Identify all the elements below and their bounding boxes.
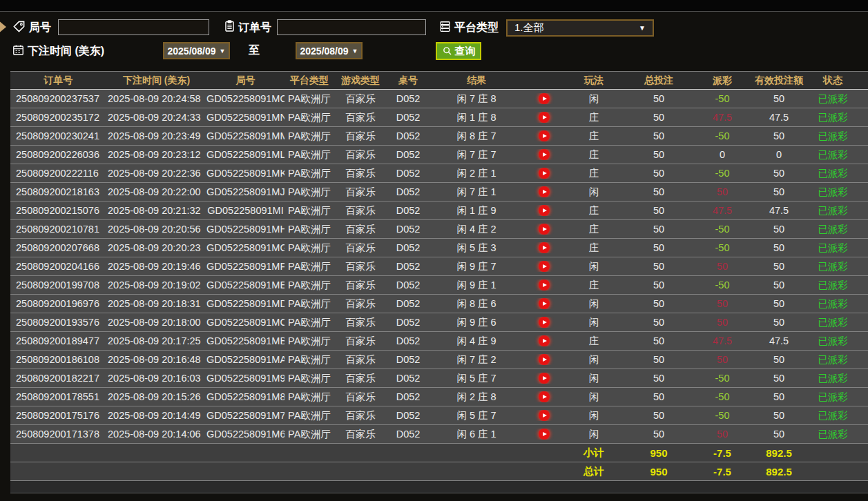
cell-valid-bet: 50 bbox=[750, 224, 808, 235]
replay bbox=[523, 373, 565, 384]
play-replay-button[interactable] bbox=[539, 130, 550, 141]
table-header-row: 订单号 下注时间 (美东) 局号 平台类型 游戏类型 桌号 结果 玩法 总投注 … bbox=[10, 71, 868, 90]
cell-table-no: D052 bbox=[387, 93, 430, 104]
top-divider bbox=[0, 0, 868, 12]
query-button[interactable]: 查询 bbox=[436, 42, 481, 60]
cell-play-type: 庄 bbox=[565, 242, 623, 255]
play-replay-button[interactable] bbox=[539, 224, 550, 235]
cell-bet-time: 2025-08-09 20:24:33 bbox=[106, 112, 206, 123]
cell-total-bet: 50 bbox=[623, 205, 695, 216]
cell-game-type: 百家乐 bbox=[334, 186, 387, 199]
replay bbox=[523, 429, 565, 440]
play-replay-button[interactable] bbox=[539, 410, 550, 421]
cell-result: 闲 6 庄 1 bbox=[430, 428, 523, 441]
sidebar-collapse-arrow-icon[interactable] bbox=[0, 20, 6, 34]
cell-bet-time: 2025-08-09 20:18:31 bbox=[106, 298, 206, 309]
play-replay-button[interactable] bbox=[539, 391, 550, 402]
cell-table-no: D052 bbox=[387, 279, 430, 291]
grand-total-payout: -7.5 bbox=[695, 466, 750, 478]
replay bbox=[523, 279, 565, 291]
cell-order-no: 250809200178551 bbox=[10, 391, 106, 402]
table-row: 2508092001997082025-08-09 20:19:02GD0522… bbox=[10, 276, 868, 295]
date-to-picker[interactable]: 2025/08/09▼ bbox=[296, 42, 363, 59]
table-footer-strip bbox=[10, 481, 868, 493]
play-replay-button[interactable] bbox=[539, 261, 550, 272]
play-replay-button[interactable] bbox=[539, 354, 550, 365]
cell-result: 闲 1 庄 9 bbox=[430, 204, 523, 217]
cell-result: 闲 2 庄 1 bbox=[430, 167, 523, 180]
cell-payout: 50 bbox=[695, 317, 750, 328]
play-replay-button[interactable] bbox=[539, 205, 550, 216]
replay bbox=[523, 354, 565, 365]
cell-platform-type: PA欧洲厅 bbox=[284, 391, 334, 404]
cell-order-no: 250809200199708 bbox=[10, 279, 106, 291]
cell-play-type: 闲 bbox=[565, 92, 623, 106]
play-replay-button[interactable] bbox=[539, 93, 550, 104]
cell-order-no: 250809200237537 bbox=[10, 93, 106, 104]
cell-status: 已派彩 bbox=[808, 223, 858, 236]
cell-bet-time: 2025-08-09 20:14:06 bbox=[106, 429, 206, 440]
play-replay-button[interactable] bbox=[539, 168, 550, 179]
cell-round-no: GD052258091MA bbox=[206, 354, 284, 365]
cell-status: 已派彩 bbox=[808, 167, 858, 180]
cell-game-type: 百家乐 bbox=[334, 111, 387, 124]
play-replay-button[interactable] bbox=[539, 149, 550, 160]
cell-status: 已派彩 bbox=[808, 260, 858, 273]
cell-bet-time: 2025-08-09 20:20:23 bbox=[106, 242, 206, 253]
play-replay-button[interactable] bbox=[539, 298, 550, 309]
cell-valid-bet: 47.5 bbox=[750, 112, 808, 123]
cell-bet-time: 2025-08-09 20:19:46 bbox=[106, 261, 206, 272]
cell-table-no: D052 bbox=[387, 429, 430, 440]
cell-total-bet: 50 bbox=[623, 354, 695, 365]
cell-valid-bet: 47.5 bbox=[750, 205, 808, 216]
date-to-value: 2025/08/09 bbox=[300, 46, 349, 57]
header-result: 结果 bbox=[430, 75, 523, 87]
cell-payout: 0 bbox=[695, 149, 750, 160]
cell-game-type: 百家乐 bbox=[334, 409, 387, 422]
subtotal-row: 小计 950 -7.5 892.5 bbox=[10, 444, 868, 462]
cell-table-no: D052 bbox=[387, 149, 430, 160]
table-body: 2508092002375372025-08-09 20:24:58GD0522… bbox=[10, 90, 868, 444]
cell-bet-time: 2025-08-09 20:23:12 bbox=[106, 149, 206, 160]
cell-status: 已派彩 bbox=[808, 353, 858, 366]
round-no-input[interactable] bbox=[58, 19, 209, 35]
cell-status: 已派彩 bbox=[808, 316, 858, 329]
play-replay-button[interactable] bbox=[539, 373, 550, 384]
play-replay-button[interactable] bbox=[539, 112, 550, 123]
play-replay-button[interactable] bbox=[539, 186, 550, 197]
cell-bet-time: 2025-08-09 20:23:49 bbox=[106, 130, 206, 141]
date-from-picker[interactable]: 2025/08/09▼ bbox=[163, 42, 230, 59]
cell-payout: -50 bbox=[695, 373, 750, 384]
chevron-down-icon: ▼ bbox=[220, 48, 226, 55]
order-no-input[interactable] bbox=[277, 19, 426, 35]
cell-play-type: 庄 bbox=[565, 111, 623, 124]
play-replay-button[interactable] bbox=[539, 429, 550, 440]
cell-table-no: D052 bbox=[387, 112, 430, 123]
replay bbox=[523, 93, 565, 104]
table-row: 2508092002302412025-08-09 20:23:49GD0522… bbox=[10, 127, 868, 146]
cell-result: 闲 7 庄 7 bbox=[430, 148, 523, 161]
play-replay-button[interactable] bbox=[539, 317, 550, 328]
cell-status: 已派彩 bbox=[808, 111, 858, 124]
replay bbox=[523, 186, 565, 197]
play-replay-button[interactable] bbox=[539, 335, 550, 346]
play-replay-button[interactable] bbox=[539, 242, 550, 253]
cell-order-no: 250809200218163 bbox=[10, 186, 106, 197]
replay bbox=[523, 317, 565, 328]
calendar-icon bbox=[12, 43, 25, 57]
replay bbox=[523, 298, 565, 309]
play-replay-button[interactable] bbox=[539, 279, 550, 291]
cell-payout: 50 bbox=[695, 261, 750, 272]
cell-total-bet: 50 bbox=[623, 429, 695, 440]
cell-status: 已派彩 bbox=[808, 186, 858, 199]
cell-game-type: 百家乐 bbox=[334, 391, 387, 404]
query-button-label: 查询 bbox=[455, 45, 476, 58]
cell-platform-type: PA欧洲厅 bbox=[284, 372, 334, 385]
cell-round-no: GD052258091M6 bbox=[206, 429, 284, 440]
cell-valid-bet: 50 bbox=[750, 298, 808, 309]
header-round-no: 局号 bbox=[206, 75, 284, 87]
cell-valid-bet: 50 bbox=[750, 130, 808, 141]
platform-type-select[interactable]: 1.全部 ▼ bbox=[506, 19, 654, 37]
cell-order-no: 250809200186108 bbox=[10, 354, 106, 365]
cell-platform-type: PA欧洲厅 bbox=[284, 242, 334, 255]
